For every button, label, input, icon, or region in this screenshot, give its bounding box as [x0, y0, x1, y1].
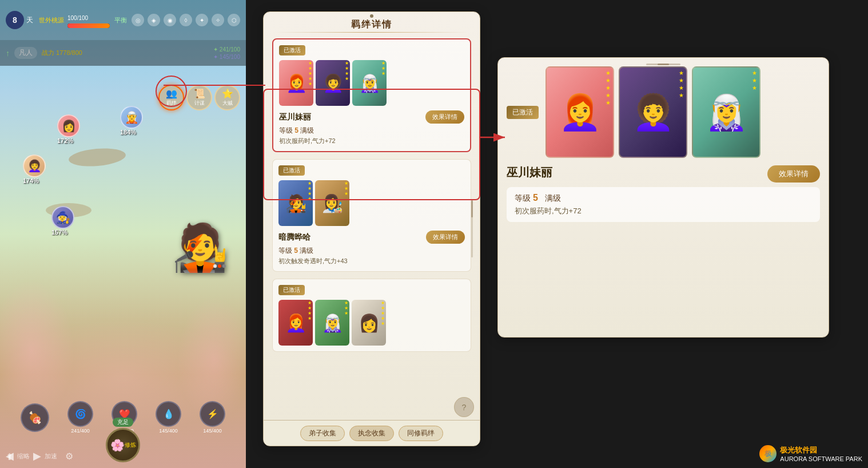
expanded-chars: 👩‍🦰 ★ ★ ★ ★ ★ 👩‍🦱 ★ ★ ★ ★ — [546, 66, 820, 158]
resource-1: 🌀 241/400 — [67, 401, 93, 434]
zoom-bar: ◀ 缩略 ▶ 加速 ⚙ — [6, 450, 73, 462]
bonding-char-card-1-2: 👩‍🦱 ★ ★ ★ ★ — [316, 60, 350, 106]
watermark: 极 极光软件园 AURORA SOFTWARE PARK — [759, 445, 862, 462]
panel-drag-handle — [646, 64, 680, 65]
expanded-top: 已激活 👩‍🦰 ★ ★ ★ ★ ★ 👩‍🦱 ★ — [507, 66, 820, 158]
nav-btn-strategy[interactable]: 📜 计谋 — [186, 85, 212, 110]
bonding-scroll-area[interactable]: 已激活 👩‍🦰 ★ ★ ★ ★ ★ — [264, 33, 480, 415]
bonding-char-card-2-1: 🧑‍🎤 ★ ★ ★ ★ — [278, 180, 313, 226]
bonding-name-row-1: 巫川妹丽 效果详情 — [279, 110, 464, 124]
bonding-char-card-2-2: 👩‍🎨 ★ ★ ★ — [315, 180, 349, 226]
bottom-left-icon[interactable]: ⬆ — [6, 451, 13, 462]
stamina-label: 100/100 — [67, 15, 88, 21]
bonding-char-card-1-3: 🧝‍♀️ ★ ★ ★ — [352, 60, 387, 106]
settings-icon[interactable]: ⚙ — [65, 451, 73, 462]
player-info-bar: ↑ 凡人 战力 1778/800 ✦ 241/100 ✦ 145/100 — [0, 40, 246, 66]
activated-badge-1: 已激活 — [279, 45, 305, 55]
bonding-char-card-3-2: 🧝‍♀️ ★ ★ ★ — [315, 300, 349, 346]
bonding-item-2[interactable]: 已激活 🧑‍🎤 ★ ★ ★ ★ 👩‍🎨 — [272, 159, 471, 272]
connection-line — [164, 85, 265, 86]
zoom-speed-btn[interactable]: 加速 — [45, 452, 57, 461]
nav-btn-strategy-label: 计谋 — [194, 100, 205, 107]
game-panel: 8 天 世外桃源 100/100 平衡 ◎ ◈ ◉ ◊ ✦ ✧ ⬡ ↑ 凡人 战… — [0, 0, 246, 468]
char-node-1[interactable]: 👩 172% — [57, 114, 80, 144]
activated-badge-3: 已激活 — [278, 285, 305, 295]
expanded-char-1: 👩‍🦰 ★ ★ ★ ★ ★ — [546, 66, 614, 158]
nav-btn-bonding[interactable]: 👥 羁绊 — [158, 85, 184, 110]
watermark-text: 极光软件园 AURORA SOFTWARE PARK — [780, 445, 862, 462]
bonding-item-3-header: 已激活 — [278, 285, 465, 295]
days-badge: 8 — [6, 11, 24, 29]
cultivate-badge: 充足 — [113, 418, 133, 427]
bonding-level-row-2: 等级 5 满级 — [278, 246, 465, 256]
bonding-char-card-3-1: 👩‍🦰 ★ ★ ★ ★ — [278, 300, 313, 346]
food-action[interactable]: 🍖 — [21, 403, 49, 432]
bonding-item-1[interactable]: 已激活 👩‍🦰 ★ ★ ★ ★ ★ — [272, 38, 471, 152]
icon-circle-2[interactable]: ◈ — [148, 14, 160, 26]
bonding-panel-header: 羁绊详情 — [264, 12, 480, 32]
stamina-bar — [67, 23, 110, 28]
days-label: 天 — [26, 15, 33, 25]
expanded-desc: 初次服药时,气力+72 — [515, 206, 812, 216]
helper-icon[interactable]: ? — [454, 397, 474, 417]
resource-3: 💧 145/400 — [156, 401, 181, 434]
stamina-container: 100/100 — [67, 12, 110, 28]
expanded-effect-btn[interactable]: 效果详情 — [767, 165, 820, 183]
bonding-item-1-header: 已激活 — [279, 45, 464, 55]
main-character: 🧑‍🎤 — [166, 114, 234, 275]
resource-4: ⚡ 145/400 — [200, 401, 225, 434]
icon-circle-4[interactable]: ◊ — [180, 14, 192, 26]
cultivate-button[interactable]: 🌸 修炼 — [106, 428, 140, 462]
top-icons: ◎ ◈ ◉ ◊ ✦ ✧ ⬡ — [132, 14, 240, 26]
nav-buttons: 👥 羁绊 📜 计谋 ⭐ 大贼 — [158, 85, 240, 110]
expanded-char-3: 🧝‍♀️ ★ ★ ★ — [692, 66, 761, 158]
bonding-item-3[interactable]: 已激活 👩‍🦰 ★ ★ ★ ★ 🧝‍♀️ — [272, 279, 471, 352]
icon-circle-1[interactable]: ◎ — [132, 14, 144, 26]
ping-label: 平衡 — [114, 16, 127, 25]
char-node-4[interactable]: 🧙 157% — [51, 206, 74, 236]
strategy-icon: 📜 — [194, 88, 205, 99]
expanded-char-2: 👩‍🦱 ★ ★ ★ ★ — [619, 66, 687, 158]
bonding-chars-1: 👩‍🦰 ★ ★ ★ ★ ★ 👩‍🦱 ★ — [279, 60, 464, 106]
bonding-chars-3: 👩‍🦰 ★ ★ ★ ★ 🧝‍♀️ ★ ★ — [278, 300, 465, 346]
bonding-char-card-3-3: 👩 ★ ★ ★ ★ ★ — [352, 300, 386, 346]
char-node-3[interactable]: 🧝 184% — [120, 106, 143, 136]
nav-btn-talent[interactable]: ⭐ 大贼 — [214, 85, 240, 110]
bonding-desc-1: 初次服药时,气力+72 — [279, 137, 464, 145]
bonding-icon: 👥 — [166, 88, 177, 99]
tab-bonding[interactable]: 同修羁绊 — [399, 426, 443, 441]
char-node-2[interactable]: 👩‍🦱 174% — [23, 154, 46, 184]
icon-circle-5[interactable]: ✦ — [196, 14, 208, 26]
bonding-name-2: 暗腾晔哈 — [278, 232, 310, 243]
expanded-panel: 已激活 👩‍🦰 ★ ★ ★ ★ ★ 👩‍🦱 ★ — [497, 57, 829, 338]
tab-disciple[interactable]: 弟子收集 — [300, 426, 345, 441]
scroll-indicator — [471, 200, 473, 257]
bonding-name-1: 巫川妹丽 — [279, 112, 311, 122]
expanded-activated-badge: 已激活 — [507, 106, 539, 119]
cultivate-section: 充足 🌸 修炼 — [106, 418, 140, 462]
zoom-shrink-btn[interactable]: 缩略 — [17, 452, 30, 461]
expanded-level-row: 等级 5 满级 — [515, 193, 812, 204]
watermark-brand: 极光软件园 — [780, 445, 862, 455]
effect-btn-2[interactable]: 效果详情 — [426, 231, 465, 244]
bonding-chars-2: 🧑‍🎤 ★ ★ ★ ★ 👩‍🎨 ★ ★ — [278, 180, 465, 226]
nav-btn-bonding-label: 羁绊 — [166, 100, 177, 107]
bonding-panel-title: 羁绊详情 — [351, 19, 392, 31]
effect-btn-1[interactable]: 效果详情 — [425, 110, 464, 124]
arrow-right-icon: ▶ — [33, 450, 41, 462]
activated-badge-2: 已激活 — [278, 165, 305, 176]
talent-icon: ⭐ — [222, 88, 233, 99]
tab-obsession[interactable]: 执念收集 — [349, 426, 394, 441]
bonding-desc-2: 初次触发奇遇时,气力+43 — [278, 257, 465, 265]
bonding-item-2-header: 已激活 — [278, 165, 465, 176]
icon-circle-7[interactable]: ⬡ — [228, 14, 240, 26]
bonding-level-row-1: 等级 5 满级 — [279, 126, 464, 136]
bonding-char-card-1-1: 👩‍🦰 ★ ★ ★ ★ ★ — [279, 60, 313, 106]
bonding-name-row-2: 暗腾晔哈 效果详情 — [278, 231, 465, 244]
icon-circle-3[interactable]: ◉ — [164, 14, 176, 26]
watermark-sub: AURORA SOFTWARE PARK — [780, 455, 862, 462]
icon-circle-6[interactable]: ✧ — [212, 14, 224, 26]
bonding-tabs: 弟子收集 执念收集 同修羁绊 — [264, 420, 480, 446]
nav-btn-talent-label: 大贼 — [222, 100, 233, 107]
watermark-logo: 极 — [759, 445, 777, 462]
